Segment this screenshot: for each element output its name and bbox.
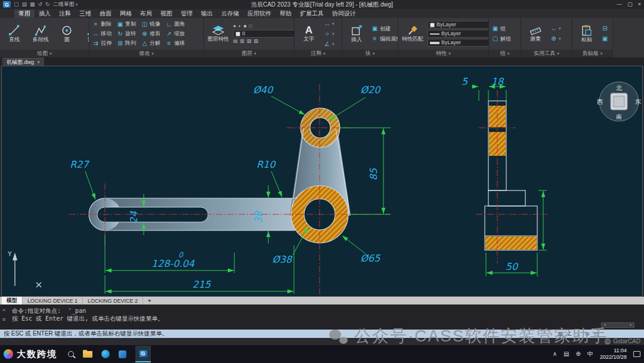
tray-volume-icon[interactable]: ⊕ bbox=[576, 351, 581, 357]
tool-edit-attributes[interactable]: ≡编辑属性 bbox=[371, 35, 398, 44]
scroll-left-icon[interactable]: ◂ bbox=[603, 323, 606, 327]
tray-network-icon[interactable]: ▤ bbox=[564, 351, 569, 357]
menu-layout[interactable]: 布局 bbox=[136, 10, 156, 18]
command-scrollbar[interactable]: ◂ ▸ bbox=[601, 322, 634, 328]
lineweight-dropdown[interactable]: ByLayer ▾ bbox=[428, 39, 488, 47]
tool-group[interactable]: ▣组 bbox=[492, 24, 511, 33]
panel-modify-footer[interactable]: 修改 ▾ bbox=[89, 50, 203, 57]
tab-close-icon[interactable]: × bbox=[37, 59, 40, 65]
tool-polyline[interactable]: 多段线 bbox=[29, 24, 52, 43]
layer-dropdown[interactable]: 0 ▾ bbox=[233, 30, 294, 38]
tool-linear-dim[interactable]: ↔▾ bbox=[324, 19, 335, 28]
tool-copy[interactable]: ▣复制 bbox=[117, 20, 136, 29]
menu-manage[interactable]: 管理 bbox=[177, 10, 197, 18]
menu-help[interactable]: 帮助 bbox=[275, 10, 296, 18]
tool-angular-dim[interactable]: ∠▾ bbox=[324, 39, 335, 48]
app-icon[interactable] bbox=[119, 350, 126, 358]
tool-trim[interactable]: ⊗修剪 bbox=[141, 29, 160, 38]
tool-array[interactable]: ⊞阵列 bbox=[117, 39, 136, 48]
tool-mirror[interactable]: ◫镜像 bbox=[141, 20, 160, 29]
panel-group-footer[interactable]: 组 ▾ bbox=[489, 50, 521, 57]
tool-match-properties[interactable]: 特性匹配 bbox=[401, 25, 424, 42]
cad-taskbar-icon[interactable]: G bbox=[135, 346, 151, 362]
color-dropdown[interactable]: ByLayer ▾ bbox=[428, 21, 488, 29]
menu-annotate[interactable]: 注释 bbox=[55, 10, 75, 18]
minimize-button[interactable]: — bbox=[617, 2, 622, 7]
tool-distance[interactable]: ↔▾ bbox=[550, 24, 561, 33]
menu-surface[interactable]: 曲面 bbox=[95, 10, 116, 18]
panel-draw-footer[interactable]: 绘图 ▾ bbox=[0, 50, 89, 57]
tool-insert-block[interactable]: 插入 bbox=[345, 24, 368, 43]
layer-off-icon[interactable]: ▧ bbox=[247, 39, 252, 44]
tool-line[interactable]: 直线 bbox=[3, 24, 26, 43]
tab-model[interactable]: 模型 bbox=[2, 297, 23, 304]
tool-scale[interactable]: ↗缩放 bbox=[166, 29, 185, 38]
menu-insert[interactable]: 插入 bbox=[35, 10, 55, 18]
command-menu-icon[interactable]: ≡ bbox=[2, 317, 5, 322]
undo-icon[interactable]: ↺ bbox=[38, 2, 43, 7]
tool-layer-properties[interactable]: 图层特性 bbox=[207, 25, 230, 42]
panel-properties-footer[interactable]: 特性 ▾ bbox=[398, 50, 488, 57]
layer-walk-icon[interactable]: ▨ bbox=[254, 39, 259, 44]
tool-create-block[interactable]: ▣创建 bbox=[371, 24, 398, 33]
tool-measure[interactable]: 测量 bbox=[524, 25, 547, 42]
tool-move[interactable]: ↔移动 bbox=[92, 29, 112, 38]
tool-ungroup[interactable]: ▢解组 bbox=[492, 35, 511, 44]
menu-output[interactable]: 输出 bbox=[197, 10, 217, 18]
browser-icon[interactable] bbox=[101, 350, 110, 358]
tool-offset[interactable]: ≡偏移 bbox=[166, 39, 185, 48]
tool-erase[interactable]: ×删除 bbox=[92, 20, 112, 29]
layer-plot-icon[interactable]: □ bbox=[249, 24, 252, 29]
drawing-canvas[interactable]: Ø40 Ø20 R27 R10 85 24 38 0 128-0.04 215 … bbox=[1, 66, 643, 297]
tool-id-point[interactable]: ⊕▾ bbox=[550, 35, 561, 44]
menu-cloud[interactable]: 云存储 bbox=[217, 10, 243, 18]
menu-home[interactable]: 常用 bbox=[14, 10, 35, 18]
tab-locking-device-2[interactable]: LOCKING DEVICE 2 bbox=[83, 297, 143, 304]
tool-paste[interactable]: 粘贴 bbox=[575, 24, 598, 43]
ime-indicator[interactable]: 中 bbox=[587, 351, 593, 357]
notification-icon[interactable] bbox=[633, 351, 640, 357]
layer-isolate-icon[interactable]: ▥ bbox=[240, 39, 245, 44]
menu-3d[interactable]: 三维 bbox=[75, 10, 95, 18]
file-explorer-icon[interactable] bbox=[83, 351, 92, 358]
lineweight-toggle-icon[interactable]: ▭ bbox=[593, 331, 599, 337]
layer-lock-icon[interactable]: ■ bbox=[244, 24, 247, 29]
layer-freeze-icon[interactable]: ◐ bbox=[239, 24, 242, 29]
ortho-toggle-icon[interactable]: ⊥ bbox=[576, 331, 581, 337]
panel-clipboard-footer[interactable]: 剪贴板 ▾ bbox=[572, 50, 612, 57]
linetype-dropdown[interactable]: ByLayer ▾ bbox=[428, 30, 488, 38]
panel-utilities-footer[interactable]: 实用工具 ▾ bbox=[521, 50, 572, 57]
layer-match-icon[interactable]: ▤ bbox=[233, 39, 238, 44]
close-button[interactable]: × bbox=[638, 2, 641, 7]
scroll-right-icon[interactable]: ▸ bbox=[630, 323, 632, 327]
menu-apps[interactable]: 应用软件 bbox=[243, 10, 275, 18]
panel-layers-footer[interactable]: 图层 ▾ bbox=[204, 50, 294, 57]
menu-view[interactable]: 视图 bbox=[156, 10, 177, 18]
search-icon[interactable] bbox=[68, 351, 74, 357]
tool-stretch[interactable]: ⇉拉伸 bbox=[92, 39, 112, 48]
tool-rotate[interactable]: ↻旋转 bbox=[117, 29, 136, 38]
tool-arc[interactable]: 圆弧 bbox=[82, 24, 89, 43]
menu-collaboration[interactable]: 协同设计 bbox=[328, 10, 360, 18]
view-compass[interactable]: 北 南 西 东 bbox=[597, 82, 641, 121]
osnap-toggle-icon[interactable]: ⊕ bbox=[585, 331, 590, 337]
taskbar-clock[interactable]: 11:04 2022/10/28 bbox=[600, 347, 627, 361]
polar-toggle-icon[interactable]: ∠ bbox=[567, 331, 572, 337]
panel-block-footer[interactable]: 块 ▾ bbox=[342, 50, 398, 57]
tool-circle[interactable]: 圆 bbox=[55, 24, 78, 43]
tool-fillet[interactable]: ∟圆角 bbox=[166, 20, 185, 29]
redo-icon[interactable]: ↻ bbox=[45, 2, 50, 7]
command-window[interactable]: × ≡ 命令:指定对角点: '_pan 按 Esc 或 Enter 键退出, 或… bbox=[0, 304, 644, 330]
close-command-icon[interactable]: × bbox=[2, 307, 5, 313]
menu-mesh[interactable]: 网格 bbox=[116, 10, 136, 18]
tool-text[interactable]: A 文字 bbox=[298, 25, 320, 42]
tray-chevron-icon[interactable]: ∧ bbox=[553, 351, 557, 357]
grid-toggle-icon[interactable]: ▦ bbox=[558, 331, 564, 337]
layer-on-icon[interactable]: ● bbox=[233, 24, 236, 29]
save-file-icon[interactable]: ▦ bbox=[30, 2, 35, 7]
tool-explode[interactable]: △分解 bbox=[141, 39, 160, 48]
document-tab[interactable]: 机械图.dwg × bbox=[2, 58, 44, 66]
maximize-button[interactable]: ▢ bbox=[627, 2, 633, 7]
tool-copy-clip[interactable]: ▣ bbox=[602, 35, 608, 44]
menu-express-tools[interactable]: 扩展工具 bbox=[296, 10, 328, 18]
